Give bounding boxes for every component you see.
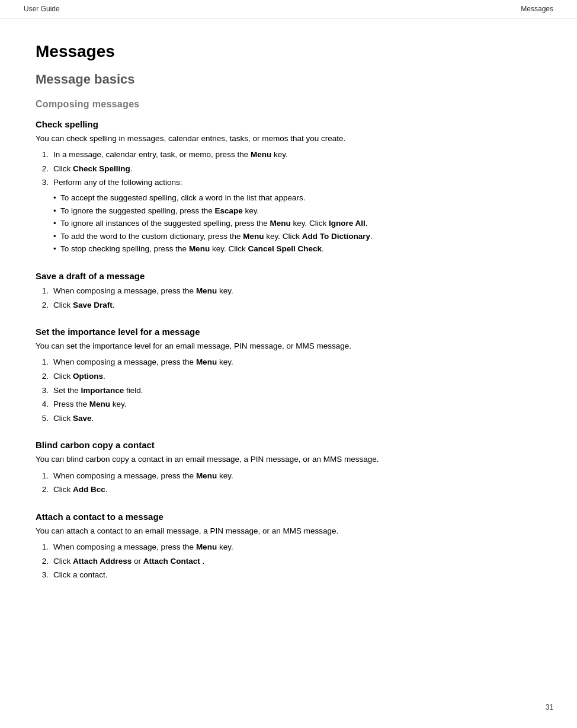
step-item: 3.Perform any of the following actions: [36, 176, 541, 189]
step-number: 1. [36, 356, 49, 369]
steps-list-check-spelling: 1.In a message, calendar entry, task, or… [36, 148, 541, 189]
step-text: When composing a message, press the Menu… [53, 356, 233, 369]
topic-importance-level: Set the importance level for a messageYo… [36, 327, 541, 424]
step-text: Click Save Draft. [53, 299, 115, 312]
topic-check-spelling: Check spellingYou can check spelling in … [36, 119, 541, 256]
step-number: 5. [36, 412, 49, 425]
step-text: Click Check Spelling. [53, 162, 133, 175]
step-item: 2.Click Check Spelling. [36, 162, 541, 175]
step-text: Perform any of the following actions: [53, 176, 182, 189]
topics-container: Check spellingYou can check spelling in … [36, 119, 541, 582]
page-footer: 31 [522, 698, 577, 716]
step-number: 4. [36, 398, 49, 411]
step-item: 1.In a message, calendar entry, task, or… [36, 148, 541, 161]
step-number: 1. [36, 148, 49, 161]
topic-intro-attach-contact: You can attach a contact to an email mes… [36, 525, 541, 537]
step-text: Click a contact. [53, 569, 108, 582]
steps-list-importance-level: 1.When composing a message, press the Me… [36, 356, 541, 424]
step-item: 1.When composing a message, press the Me… [36, 356, 541, 369]
bullet-item: To stop checking spelling, press the Men… [53, 242, 541, 256]
step-item: 3.Click a contact. [36, 569, 541, 582]
bullet-item: To add the word to the custom dictionary… [53, 230, 541, 243]
bullet-item: To ignore all instances of the suggested… [53, 217, 541, 230]
step-number: 1. [36, 541, 49, 554]
topic-blind-carbon-copy: Blind carbon copy a contactYou can blind… [36, 440, 541, 496]
step-item: 2.Click Save Draft. [36, 299, 541, 312]
bullet-item: To accept the suggested spelling, click … [53, 191, 541, 205]
topic-title-save-draft: Save a draft of a message [36, 271, 541, 281]
topic-attach-contact: Attach a contact to a messageYou can att… [36, 512, 541, 582]
step-text: Click Add Bcc. [53, 483, 108, 496]
step-item: 1.When composing a message, press the Me… [36, 470, 541, 483]
step-item: 1.When composing a message, press the Me… [36, 541, 541, 554]
step-item: 2.Click Options. [36, 370, 541, 383]
page-header: User Guide Messages [0, 0, 577, 18]
header-left: User Guide [24, 5, 60, 13]
step-item: 2.Click Attach Address or Attach Contact… [36, 555, 541, 568]
step-number: 2. [36, 299, 49, 312]
step-item: 5.Click Save. [36, 412, 541, 425]
step-number: 2. [36, 555, 49, 568]
step-item: 1.When composing a message, press the Me… [36, 285, 541, 298]
step-text: When composing a message, press the Menu… [53, 285, 233, 298]
topic-title-importance-level: Set the importance level for a message [36, 327, 541, 337]
step-text: Click Options. [53, 370, 105, 383]
page-title: Messages [36, 42, 541, 61]
header-right: Messages [521, 5, 553, 13]
step-number: 3. [36, 176, 49, 189]
topic-title-attach-contact: Attach a contact to a message [36, 512, 541, 522]
step-item: 3.Set the Importance field. [36, 384, 541, 397]
bullets-list-check-spelling: To accept the suggested spelling, click … [36, 191, 541, 256]
topic-intro-importance-level: You can set the importance level for an … [36, 340, 541, 352]
step-text: When composing a message, press the Menu… [53, 541, 233, 554]
step-item: 2.Click Add Bcc. [36, 483, 541, 496]
step-number: 1. [36, 285, 49, 298]
step-text: Set the Importance field. [53, 384, 143, 397]
step-text: In a message, calendar entry, task, or m… [53, 148, 288, 161]
section-title: Message basics [36, 72, 541, 87]
step-number: 3. [36, 384, 49, 397]
subsection-title: Composing messages [36, 99, 541, 110]
bullet-item: To ignore the suggested spelling, press … [53, 205, 541, 218]
steps-list-blind-carbon-copy: 1.When composing a message, press the Me… [36, 470, 541, 496]
step-number: 2. [36, 162, 49, 175]
topic-title-blind-carbon-copy: Blind carbon copy a contact [36, 440, 541, 450]
topic-save-draft: Save a draft of a message1.When composin… [36, 271, 541, 311]
steps-list-attach-contact: 1.When composing a message, press the Me… [36, 541, 541, 582]
topic-intro-check-spelling: You can check spelling in messages, cale… [36, 133, 541, 145]
steps-list-save-draft: 1.When composing a message, press the Me… [36, 285, 541, 311]
step-number: 2. [36, 483, 49, 496]
step-number: 1. [36, 470, 49, 483]
step-text: Click Attach Address or Attach Contact . [53, 555, 204, 568]
step-text: When composing a message, press the Menu… [53, 470, 233, 483]
step-item: 4.Press the Menu key. [36, 398, 541, 411]
step-number: 2. [36, 370, 49, 383]
page-number: 31 [546, 703, 553, 711]
step-text: Press the Menu key. [53, 398, 127, 411]
step-number: 3. [36, 569, 49, 582]
main-content: Messages Message basics Composing messag… [0, 18, 577, 633]
topic-title-check-spelling: Check spelling [36, 119, 541, 129]
step-text: Click Save. [53, 412, 94, 425]
topic-intro-blind-carbon-copy: You can blind carbon copy a contact in a… [36, 454, 541, 465]
